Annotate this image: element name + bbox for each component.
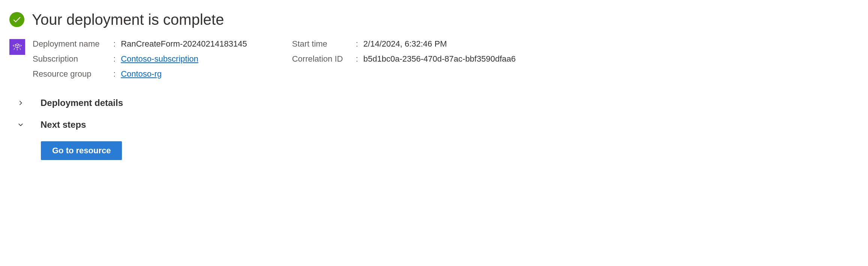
- resource-group-label: Resource group: [33, 69, 113, 79]
- deployment-name-value: RanCreateForm-20240214183145: [121, 39, 247, 49]
- correlation-id-value: b5d1bc0a-2356-470d-87ac-bbf3590dfaa6: [363, 54, 516, 64]
- colon: :: [356, 39, 358, 49]
- go-to-resource-button[interactable]: Go to resource: [41, 141, 122, 160]
- deployment-details-toggle[interactable]: Deployment details: [9, 98, 859, 108]
- subscription-link[interactable]: Contoso-subscription: [121, 54, 198, 64]
- page-title: Your deployment is complete: [32, 11, 224, 28]
- header-row: Your deployment is complete: [9, 11, 859, 28]
- chevron-down-icon: [18, 122, 24, 128]
- resource-group-row: Resource group : Contoso-rg: [33, 69, 247, 79]
- correlation-id-label: Correlation ID: [292, 54, 356, 64]
- details-left-column: Deployment name : RanCreateForm-20240214…: [33, 39, 247, 79]
- deployment-name-label: Deployment name: [33, 39, 113, 49]
- details-columns: Deployment name : RanCreateForm-20240214…: [33, 39, 859, 79]
- start-time-label: Start time: [292, 39, 356, 49]
- subscription-row: Subscription : Contoso-subscription: [33, 54, 247, 64]
- start-time-row: Start time : 2/14/2024, 6:32:46 PM: [292, 39, 515, 49]
- button-row: Go to resource: [9, 141, 859, 160]
- correlation-id-row: Correlation ID : b5d1bc0a-2356-470d-87ac…: [292, 54, 515, 64]
- colon: :: [113, 54, 116, 64]
- deployment-name-row: Deployment name : RanCreateForm-20240214…: [33, 39, 247, 49]
- colon: :: [356, 54, 358, 64]
- resource-group-link[interactable]: Contoso-rg: [121, 69, 162, 79]
- success-check-icon: [9, 12, 24, 27]
- deployment-details-label: Deployment details: [41, 98, 123, 108]
- colon: :: [113, 39, 116, 49]
- next-steps-label: Next steps: [41, 119, 86, 130]
- details-right-column: Start time : 2/14/2024, 6:32:46 PM Corre…: [292, 39, 515, 79]
- colon: :: [113, 69, 116, 79]
- chevron-right-icon: [18, 100, 24, 106]
- arm-template-icon: [9, 39, 25, 55]
- start-time-value: 2/14/2024, 6:32:46 PM: [363, 39, 447, 49]
- next-steps-toggle[interactable]: Next steps: [9, 119, 859, 130]
- subscription-label: Subscription: [33, 54, 113, 64]
- deployment-summary: Deployment name : RanCreateForm-20240214…: [9, 39, 859, 79]
